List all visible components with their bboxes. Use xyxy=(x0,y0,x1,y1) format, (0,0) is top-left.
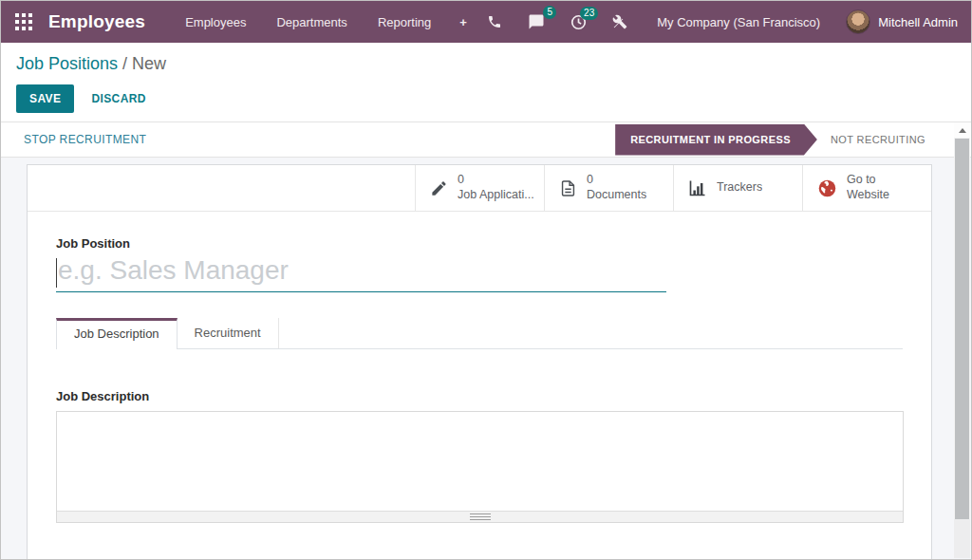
tools-icon xyxy=(612,14,627,29)
apps-grid-icon xyxy=(15,13,32,30)
tab-recruitment[interactable]: Recruitment xyxy=(178,318,279,348)
scrollbar-track[interactable] xyxy=(954,519,970,558)
job-position-input[interactable] xyxy=(56,253,666,292)
stat-label: Documents xyxy=(587,188,646,203)
bar-chart-icon xyxy=(688,178,707,197)
control-panel: Job Positions / New SAVE DISCARD xyxy=(1,43,971,122)
stat-label: Trackers xyxy=(717,180,762,196)
job-position-label: Job Position xyxy=(56,236,130,251)
job-description-editor xyxy=(56,411,904,523)
trackers-button[interactable]: Trackers xyxy=(673,165,802,211)
breadcrumb-job-positions[interactable]: Job Positions xyxy=(16,54,118,73)
voip-button[interactable] xyxy=(487,14,502,29)
globe-icon xyxy=(817,178,837,198)
breadcrumb-separator: / xyxy=(122,54,127,73)
menu-item-employees[interactable]: Employees xyxy=(170,1,261,43)
user-menu[interactable]: Mitchell Admin xyxy=(846,9,958,34)
stat-button-box: 0 Job Applicati... 0 Documents xyxy=(28,165,931,212)
stat-count: 0 xyxy=(587,173,646,188)
main-menu: Employees Departments Reporting + xyxy=(170,1,480,43)
form-view: 0 Job Applicati... 0 Documents xyxy=(1,158,971,560)
job-applications-button[interactable]: 0 Job Applicati... xyxy=(415,165,544,211)
activities-badge: 23 xyxy=(580,7,598,20)
form-sheet: 0 Job Applicati... 0 Documents xyxy=(27,164,932,560)
scrollbar-up-button[interactable] xyxy=(954,122,970,138)
tab-job-description[interactable]: Job Description xyxy=(56,318,178,349)
top-navbar: Employees Employees Departments Reportin… xyxy=(1,1,971,43)
notebook-tabs: Job Description Recruitment xyxy=(56,318,903,349)
messages-badge: 5 xyxy=(543,6,556,19)
stat-count: 0 xyxy=(458,173,534,188)
stat-label: Go to xyxy=(847,173,889,188)
tools-button[interactable] xyxy=(612,14,627,29)
editor-resize-handle[interactable] xyxy=(57,511,903,522)
chevron-up-icon xyxy=(959,128,966,133)
navbar-systray: 5 23 My Company (San Francisco) Mitchel xyxy=(487,9,958,34)
user-name: Mitchell Admin xyxy=(878,15,958,29)
form-statusbar: STOP RECRUITMENT RECRUITMENT IN PROGRESS… xyxy=(1,122,971,158)
app-title[interactable]: Employees xyxy=(48,11,145,32)
job-description-label: Job Description xyxy=(56,389,149,403)
activities-button[interactable]: 23 xyxy=(570,14,587,30)
discard-button[interactable]: DISCARD xyxy=(91,92,145,105)
stat-label: Job Applicati... xyxy=(458,188,534,203)
pencil-icon xyxy=(430,179,448,197)
text-cursor xyxy=(56,258,57,288)
company-switcher[interactable]: My Company (San Francisco) xyxy=(657,15,820,29)
user-avatar xyxy=(846,9,870,34)
scrollbar-thumb[interactable] xyxy=(955,139,969,519)
state-not-recruiting[interactable]: NOT RECRUITING xyxy=(831,134,925,145)
breadcrumb: Job Positions / New xyxy=(16,54,956,74)
phone-icon xyxy=(487,14,502,29)
apps-menu-button[interactable] xyxy=(1,1,47,43)
breadcrumb-current: New xyxy=(132,54,166,73)
add-menu-button[interactable]: + xyxy=(446,1,480,43)
job-description-textarea[interactable] xyxy=(57,412,903,511)
state-widget: RECRUITMENT IN PROGRESS NOT RECRUITING xyxy=(615,124,939,156)
vertical-scrollbar[interactable] xyxy=(954,122,970,558)
grip-icon xyxy=(470,513,491,520)
chat-icon xyxy=(528,13,545,30)
messages-button[interactable]: 5 xyxy=(528,13,545,30)
documents-button[interactable]: 0 Documents xyxy=(544,165,673,211)
state-recruitment-in-progress[interactable]: RECRUITMENT IN PROGRESS xyxy=(615,124,817,156)
menu-item-reporting[interactable]: Reporting xyxy=(363,1,446,43)
stop-recruitment-button[interactable]: STOP RECRUITMENT xyxy=(24,133,146,146)
go-to-website-button[interactable]: Go to Website xyxy=(802,165,931,211)
menu-item-departments[interactable]: Departments xyxy=(261,1,362,43)
document-icon xyxy=(559,179,577,197)
save-button[interactable]: SAVE xyxy=(16,84,74,113)
